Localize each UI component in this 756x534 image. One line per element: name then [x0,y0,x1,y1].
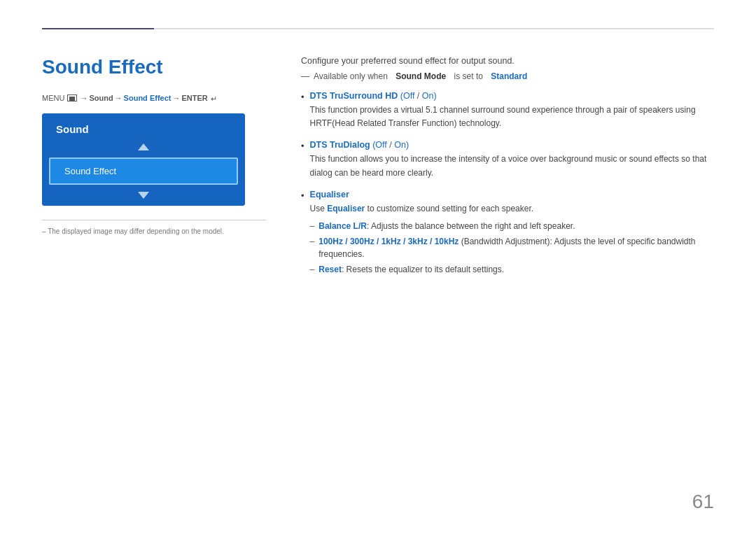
sub-bullet-balance: – Balance L/R: Adjusts the balance betwe… [310,220,714,232]
bullet-desc-1: This function provides a virtual 5.1 cha… [310,104,714,130]
bullet-desc-2: This function allows you to increase the… [310,153,714,179]
menu-arrow-3: → [172,94,180,102]
sub-term-balance: Balance L/R [318,221,367,231]
bullet-content-1: DTS TruSurround HD (Off / On) This funct… [310,91,714,130]
sub-term-bandwidth: 100Hz / 300Hz / 1kHz / 3kHz / 10kHz [318,237,458,246]
bullet-title-2: DTS TruDialog (Off / On) [310,140,714,150]
menu-path-sound-effect: Sound Effect [124,94,172,102]
bullet-dot-2: • [301,141,304,179]
bullet-desc-3: Use Equaliser to customize sound setting… [310,202,714,216]
available-note-prefix: Available only when [314,71,388,81]
sub-term-reset: Reset [318,265,342,274]
bullet-content-3: Equaliser Use Equaliser to customize sou… [310,190,714,279]
menu-icon [67,94,77,101]
menu-path-sound: Sound [89,94,113,102]
content-wrapper: Sound Effect MENU → Sound → Sound Effect… [42,49,714,288]
right-column: Configure your preferred sound effect fo… [294,49,714,288]
tv-menu-title: Sound [42,113,245,141]
tv-menu: Sound Sound Effect [42,113,245,206]
left-column: Sound Effect MENU → Sound → Sound Effect… [42,49,266,288]
bullet-equaliser: • Equaliser Use Equaliser to customize s… [301,190,714,279]
bullet-slash-1: / [414,91,421,101]
available-note: Available only when Sound Mode is set to… [301,71,714,81]
menu-arrow-1: → [80,94,88,102]
bullet-content-2: DTS TruDialog (Off / On) This function a… [310,140,714,179]
sub-bullet-reset: – Reset: Resets the equalizer to its def… [310,263,714,276]
bullet-close-paren-2: ) [406,140,409,150]
footnote-dash: – [42,227,48,235]
intro-text: Configure your preferred sound effect fo… [301,56,714,66]
menu-path-enter: ENTER [181,94,207,102]
footnote-section: – The displayed image may differ dependi… [42,220,266,235]
menu-arrow-2: → [115,94,122,102]
page-container: Sound Effect MENU → Sound → Sound Effect… [0,0,756,534]
equaliser-inline-bold: Equaliser [327,204,365,213]
tv-menu-selected-item: Sound Effect [49,157,238,185]
bullet-dts-trusurround: • DTS TruSurround HD (Off / On) This fun… [301,91,714,130]
bullet-dot-1: • [301,92,304,130]
sub-bullets-equaliser: – Balance L/R: Adjusts the balance betwe… [310,220,714,276]
bullet-title-text-3: Equaliser [310,190,349,199]
enter-icon [211,94,220,101]
sub-dash-1: – [310,220,315,232]
bullet-off-2: Off [375,140,386,150]
available-note-middle: is set to [454,71,483,81]
sub-text-reset: Reset: Resets the equalizer to its defau… [318,263,504,276]
bullet-slash-2: / [387,140,394,150]
bullet-on-2: On [394,140,406,150]
page-title: Sound Effect [42,56,266,78]
available-note-bold: Sound Mode [396,71,446,81]
bullet-dot-3: • [301,190,304,279]
arrow-down-icon [138,192,149,199]
bullet-title-3: Equaliser [310,190,714,199]
bullet-title-text-2: DTS TruDialog [310,140,370,150]
sub-bullet-bandwidth: – 100Hz / 300Hz / 1kHz / 3kHz / 10kHz (B… [310,235,714,260]
available-note-value: Standard [491,71,527,81]
sub-dash-2: – [310,235,315,260]
bullet-off-1: Off [403,91,414,101]
sub-dash-3: – [310,263,315,276]
menu-path-prefix: MENU [42,94,64,102]
bullet-dts-trudialog: • DTS TruDialog (Off / On) This function… [301,140,714,179]
tv-menu-arrow-up [42,141,245,153]
footnote-text: – The displayed image may differ dependi… [42,227,266,235]
arrow-up-icon [138,143,149,150]
bullet-title-text-1: DTS TruSurround HD [310,91,398,101]
bullet-close-paren-1: ) [433,91,436,101]
sub-text-bandwidth: 100Hz / 300Hz / 1kHz / 3kHz / 10kHz (Ban… [318,235,714,260]
page-number: 61 [692,491,714,513]
sub-text-balance: Balance L/R: Adjusts the balance between… [318,220,575,232]
tv-menu-arrow-down [42,189,245,206]
menu-path: MENU → Sound → Sound Effect → ENTER [42,94,266,102]
footnote-content: The displayed image may differ depending… [48,227,224,235]
top-decorative-line [42,28,714,29]
bullet-on-1: On [422,91,434,101]
bullet-title-1: DTS TruSurround HD (Off / On) [310,91,714,101]
